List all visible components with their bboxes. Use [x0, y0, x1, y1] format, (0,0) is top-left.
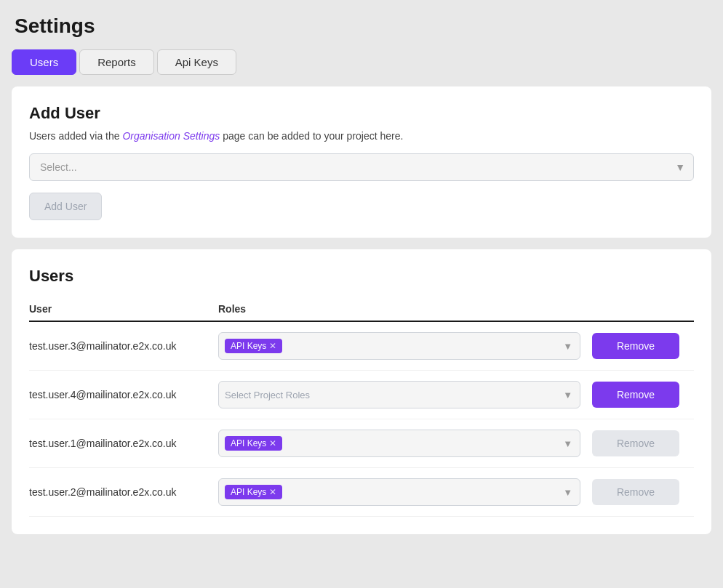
user-email: test.user.2@mailinator.e2x.co.uk	[29, 486, 218, 498]
tab-users[interactable]: Users	[12, 49, 76, 75]
chevron-down-icon: ▼	[563, 390, 572, 400]
remove-role-tag-icon[interactable]: ✕	[269, 341, 276, 351]
tab-api-keys[interactable]: Api Keys	[157, 49, 236, 75]
tabs-bar: Users Reports Api Keys	[12, 49, 711, 75]
page-title: Settings	[12, 15, 711, 38]
add-user-button[interactable]: Add User	[29, 193, 102, 220]
tab-reports[interactable]: Reports	[79, 49, 154, 75]
table-row: test.user.4@mailinator.e2x.co.uk Select …	[29, 371, 694, 419]
user-email: test.user.4@mailinator.e2x.co.uk	[29, 389, 218, 400]
table-header: User Roles	[29, 303, 694, 322]
roles-placeholder[interactable]: Select Project Roles ▼	[218, 381, 580, 408]
org-settings-link[interactable]: Organisation Settings	[122, 130, 220, 142]
role-tag-container[interactable]: API Keys ✕ ▼	[218, 332, 580, 360]
remove-user-button[interactable]: Remove	[592, 333, 679, 359]
add-user-card: Add User Users added via the Organisatio…	[12, 86, 711, 238]
chevron-down-icon: ▼	[563, 487, 572, 498]
role-tag-api-keys: API Keys ✕	[225, 436, 282, 451]
add-user-select[interactable]: Select...	[29, 153, 694, 181]
remove-user-button-disabled: Remove	[592, 430, 679, 456]
remove-user-button-disabled: Remove	[592, 479, 679, 505]
role-tag-api-keys: API Keys ✕	[225, 339, 282, 353]
chevron-down-icon: ▼	[563, 341, 572, 352]
description-suffix: page can be added to your project here.	[223, 130, 403, 142]
remove-role-tag-icon[interactable]: ✕	[269, 487, 276, 497]
remove-user-button[interactable]: Remove	[592, 382, 679, 408]
role-tag-container[interactable]: API Keys ✕ ▼	[218, 478, 580, 506]
roles-select-row4[interactable]: API Keys ✕ ▼	[218, 478, 580, 506]
add-user-select-wrapper: Select... ▼	[29, 153, 694, 181]
roles-select-row1[interactable]: API Keys ✕ ▼	[218, 332, 580, 360]
table-row: test.user.2@mailinator.e2x.co.uk API Key…	[29, 468, 694, 517]
col-header-user: User	[29, 303, 218, 315]
role-tag-api-keys: API Keys ✕	[225, 485, 282, 499]
table-row: test.user.1@mailinator.e2x.co.uk API Key…	[29, 419, 694, 468]
description-prefix: Users added via the	[29, 130, 122, 142]
user-email: test.user.3@mailinator.e2x.co.uk	[29, 340, 218, 352]
user-email: test.user.1@mailinator.e2x.co.uk	[29, 438, 218, 449]
roles-select-row2[interactable]: Select Project Roles ▼	[218, 381, 580, 408]
roles-select-row3[interactable]: API Keys ✕ ▼	[218, 430, 580, 457]
users-section-title: Users	[29, 267, 694, 286]
users-section: Users User Roles test.user.3@mailinator.…	[12, 249, 711, 534]
add-user-title: Add User	[29, 104, 694, 123]
role-tag-container[interactable]: API Keys ✕ ▼	[218, 430, 580, 457]
chevron-down-icon: ▼	[563, 438, 572, 449]
col-header-actions	[592, 303, 694, 315]
add-user-description: Users added via the Organisation Setting…	[29, 130, 694, 142]
table-row: test.user.3@mailinator.e2x.co.uk API Key…	[29, 322, 694, 371]
col-header-roles: Roles	[218, 303, 592, 315]
remove-role-tag-icon[interactable]: ✕	[269, 438, 276, 448]
